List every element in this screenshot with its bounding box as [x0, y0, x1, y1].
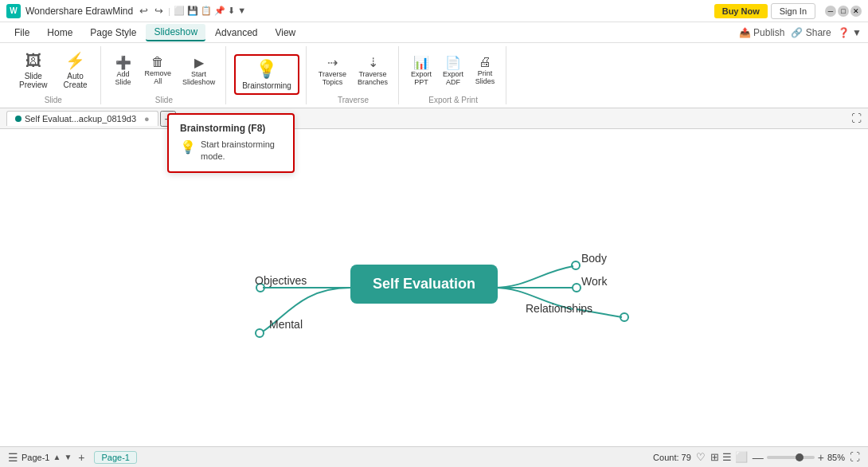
svg-point-3	[573, 284, 581, 292]
zoom-track[interactable]	[767, 456, 815, 459]
start-slideshow-btn[interactable]: ▶ StartSlideshow	[178, 53, 219, 88]
zoom-minus-btn[interactable]: —	[753, 451, 764, 464]
traverse-branches-icon: ⇣	[368, 55, 378, 70]
share-btn[interactable]: 🔗 Share	[791, 27, 831, 38]
title-bar: W Wondershare EdrawMind ↩ ↪ | ⬜ 💾 📋 📌 ⬇ …	[0, 0, 868, 22]
branch-objectives-label: Objectives	[255, 274, 307, 287]
traverse-branches-btn[interactable]: ⇣ TraverseBranches	[354, 53, 392, 88]
export-adf-btn[interactable]: 📄 ExportADF	[439, 53, 467, 88]
close-button[interactable]: ✕	[850, 6, 862, 17]
page-tab[interactable]: Page-1	[94, 451, 136, 464]
ribbon-group-label-export: Export & Print	[428, 96, 478, 104]
tab-label: Self Evaluat...ackup_0819d3	[25, 114, 136, 124]
branch-body[interactable]: Body	[581, 252, 607, 265]
menu-page-style[interactable]: Page Style	[82, 25, 144, 41]
brainstorming-btn[interactable]: 💡 Brainstorming	[234, 54, 299, 95]
tooltip-text: Start brainstorming mode.	[201, 139, 282, 163]
maximize-button[interactable]: □	[838, 6, 849, 17]
menu-advanced[interactable]: Advanced	[207, 25, 265, 41]
ribbon: 🖼 SlidePreview ⚡ AutoCreate Slide ➕ AddS…	[0, 43, 868, 108]
add-slide-icon: ➕	[115, 55, 131, 70]
tab-document[interactable]: Self Evaluat...ackup_0819d3 ●	[6, 111, 158, 126]
ribbon-group-label-traverse: Traverse	[338, 96, 369, 104]
fullscreen-btn[interactable]: ⛶	[850, 451, 860, 463]
menu-slideshow[interactable]: Slideshow	[146, 24, 205, 41]
publish-btn[interactable]: 📤 Publish	[739, 27, 785, 38]
status-bar-right: Count: 79 ♡ ⊞ ☰ ⬜ — + 85% ⛶	[653, 451, 860, 464]
app-logo: W	[6, 4, 21, 18]
page-selector: Page-1 ▲ ▼	[22, 453, 72, 462]
zoom-slider: — + 85%	[753, 451, 845, 464]
slide-preview-btn[interactable]: 🖼 SlidePreview	[13, 49, 54, 92]
menu-view[interactable]: View	[267, 25, 303, 41]
status-bar-left: ☰ Page-1 ▲ ▼ + Page-1	[8, 451, 137, 464]
slide-preview-icon: 🖼	[25, 52, 41, 70]
list-icon[interactable]: ☰	[722, 451, 732, 463]
auto-create-btn[interactable]: ⚡ AutoCreate	[57, 48, 94, 92]
buy-now-button[interactable]: Buy Now	[714, 4, 768, 18]
branch-mental-label: Mental	[269, 318, 303, 331]
page-prev-btn[interactable]: ▲	[53, 453, 61, 461]
traverse-buttons: ⇢ TraverseTopics ⇣ TraverseBranches	[315, 46, 392, 94]
add-page-btn[interactable]: +	[78, 451, 84, 464]
remove-all-icon: 🗑	[151, 55, 164, 69]
status-icons: ⊞ ☰ ⬜	[710, 451, 748, 463]
slide-preview-buttons: 🖼 SlidePreview ⚡ AutoCreate	[13, 46, 94, 94]
ribbon-group-traverse: ⇢ TraverseTopics ⇣ TraverseBranches Trav…	[308, 46, 399, 104]
ribbon-group-export: 📊 ExportPPT 📄 ExportADF 🖨 PrintSlides Ex…	[401, 46, 506, 104]
ribbon-group-slide1: 🖼 SlidePreview ⚡ AutoCreate Slide	[6, 46, 101, 104]
sidebar-toggle-icon[interactable]: ☰	[8, 451, 18, 464]
tab-close[interactable]: ●	[144, 114, 150, 124]
redo-btn[interactable]: ↪	[153, 5, 165, 17]
slide-buttons: ➕ AddSlide 🗑 RemoveAll ▶ StartSlideshow	[109, 46, 220, 94]
tooltip-icon: 💡	[180, 139, 196, 155]
menu-file[interactable]: File	[6, 25, 37, 41]
export-buttons: 📊 ExportPPT 📄 ExportADF 🖨 PrintSlides	[407, 46, 499, 94]
tab-bar: Self Evaluat...ackup_0819d3 ● + ⛶	[0, 108, 868, 129]
ribbon-group-label-slide2: Slide	[155, 96, 173, 104]
window-controls: ─ □ ✕	[825, 6, 862, 17]
fit-icon[interactable]: ⬜	[735, 451, 748, 463]
menu-home[interactable]: Home	[39, 25, 80, 41]
menu-right: 📤 Publish 🔗 Share ❓ ▼	[739, 27, 862, 38]
branch-relationships[interactable]: Relationships	[526, 302, 592, 315]
branch-work-label: Work	[581, 275, 607, 288]
tab-dot	[15, 116, 22, 122]
central-node-label: Self Evaluation	[373, 276, 475, 292]
traverse-topics-btn[interactable]: ⇢ TraverseTopics	[315, 53, 350, 88]
branch-mental[interactable]: Mental	[269, 318, 303, 331]
zoom-thumb[interactable]	[796, 453, 803, 461]
brainstorming-icon: 💡	[256, 59, 277, 80]
branch-objectives[interactable]: Objectives	[255, 274, 307, 287]
app-name: Wondershare EdrawMind	[25, 6, 133, 17]
remove-all-btn[interactable]: 🗑 RemoveAll	[141, 53, 176, 87]
ribbon-group-brainstorming: 💡 Brainstorming	[228, 46, 307, 104]
page-next-btn[interactable]: ▼	[64, 453, 72, 461]
canvas: Self Evaluation Objectives Mental Body W…	[0, 129, 868, 446]
zoom-percent: 85%	[827, 453, 845, 462]
sign-in-button[interactable]: Sign In	[771, 3, 815, 19]
grid-icon[interactable]: ⊞	[710, 451, 719, 463]
svg-point-1	[256, 329, 264, 337]
undo-btn[interactable]: ↩	[138, 5, 150, 17]
brainstorming-label: Brainstorming	[242, 81, 291, 90]
print-slides-btn[interactable]: 🖨 PrintSlides	[471, 53, 499, 87]
minimize-button[interactable]: ─	[825, 6, 836, 17]
quick-access: ↩ ↪ | ⬜ 💾 📋 📌 ⬇ ▼	[138, 5, 246, 17]
tooltip-body: 💡 Start brainstorming mode.	[180, 139, 282, 163]
ribbon-group-label-slide: Slide	[45, 96, 62, 104]
expand-icon[interactable]: ⛶	[851, 112, 862, 124]
add-slide-btn[interactable]: ➕ AddSlide	[109, 53, 138, 88]
start-slideshow-icon: ▶	[194, 55, 204, 70]
menu-bar: File Home Page Style Slideshow Advanced …	[0, 22, 868, 43]
heart-icon[interactable]: ♡	[696, 451, 706, 463]
help-btn[interactable]: ❓ ▼	[838, 27, 862, 38]
zoom-plus-btn[interactable]: +	[818, 451, 824, 464]
title-bar-controls: Buy Now Sign In ─ □ ✕	[714, 3, 862, 19]
export-ppt-btn[interactable]: 📊 ExportPPT	[407, 53, 436, 88]
central-node[interactable]: Self Evaluation	[350, 265, 498, 304]
branch-relationships-label: Relationships	[526, 302, 592, 315]
branch-body-label: Body	[581, 252, 607, 265]
tooltip-title: Brainstorming (F8)	[180, 123, 282, 134]
branch-work[interactable]: Work	[581, 275, 607, 288]
